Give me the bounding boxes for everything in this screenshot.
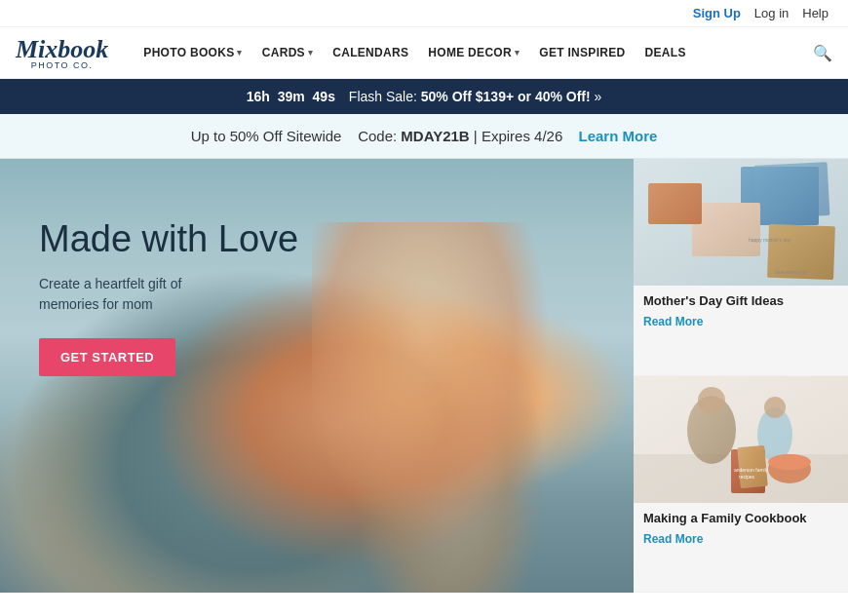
card-mothers-day: happy mother's day best mom ever Mother'… [634, 159, 848, 376]
hero-subtitle: Create a heartfelt gift of memories for … [39, 274, 298, 315]
nav-photo-books[interactable]: PHOTO BOOKS ▾ [135, 40, 250, 65]
card-info-1: Mother's Day Gift Ideas Read More [634, 286, 848, 339]
svg-point-16 [768, 454, 811, 470]
nav-cards[interactable]: CARDS ▾ [254, 40, 321, 65]
nav-get-inspired[interactable]: GET INSPIRED [531, 40, 633, 65]
top-utility-bar: Sign Up Log in Help [0, 0, 848, 27]
svg-point-10 [698, 387, 725, 414]
flash-sale-banner[interactable]: 16h 39m 49s Flash Sale: 50% Off $139+ or… [0, 79, 848, 114]
hero-content: Made with Love Create a heartfelt gift o… [39, 217, 298, 376]
svg-text:recipes: recipes [739, 474, 755, 480]
search-icon[interactable]: 🔍 [813, 44, 832, 62]
nav-deals[interactable]: DEALS [637, 40, 694, 65]
promo-bar: Up to 50% Off Sitewide Code: MDAY21B | E… [0, 114, 848, 159]
svg-rect-2 [754, 162, 830, 219]
signup-link[interactable]: Sign Up [693, 6, 741, 20]
card-decoration-svg-2: anderson family recipes [634, 376, 848, 503]
person-silhouette [312, 222, 585, 593]
hero-area: Made with Love Create a heartfelt gift o… [0, 159, 848, 593]
nav-items: PHOTO BOOKS ▾ CARDS ▾ CALENDARS HOME DEC… [135, 40, 813, 65]
countdown-timer: 16h 39m 49s [247, 89, 343, 104]
card-link-2[interactable]: Read More [643, 532, 703, 546]
hours: 16h [247, 89, 270, 104]
svg-text:best mom ever: best mom ever [775, 269, 807, 275]
card-title-1: Mother's Day Gift Ideas [643, 293, 838, 308]
card-photo-mothers-day: happy mother's day best mom ever [634, 159, 848, 286]
svg-rect-3 [692, 203, 760, 256]
chevron-down-icon: ▾ [515, 48, 520, 58]
learn-more-link[interactable]: Learn More [578, 128, 657, 144]
promo-expires: Expires 4/26 [482, 128, 562, 144]
card-info-2: Making a Family Cookbook Read More [634, 503, 848, 557]
sale-text: Flash Sale: 50% Off $139+ or 40% Off! » [349, 89, 602, 104]
promo-text: Up to 50% Off Sitewide [191, 128, 342, 144]
nav-calendars[interactable]: CALENDARS [325, 40, 416, 65]
promo-separator: | [474, 128, 482, 144]
nav-home-decor[interactable]: HOME DECOR ▾ [420, 40, 527, 65]
minutes: 39m [278, 89, 305, 104]
card-title-2: Making a Family Cookbook [643, 511, 838, 525]
hero-title: Made with Love [39, 217, 298, 262]
get-started-button[interactable]: GET STARTED [39, 338, 175, 376]
seconds: 49s [313, 89, 335, 104]
hero-right-panel: happy mother's day best mom ever Mother'… [634, 159, 848, 593]
chevron-down-icon: ▾ [308, 48, 313, 58]
card-cookbook: anderson family recipes Making a Family … [634, 376, 848, 594]
svg-text:happy mother's day: happy mother's day [749, 237, 791, 243]
login-link[interactable]: Log in [754, 6, 789, 20]
help-link[interactable]: Help [802, 6, 829, 20]
promo-code-label: Code: [358, 128, 397, 144]
hero-image: Made with Love Create a heartfelt gift o… [0, 159, 634, 593]
logo[interactable]: Mixbook PHOTO CO. [16, 35, 108, 70]
chevron-down-icon: ▾ [237, 48, 242, 58]
main-nav: Mixbook PHOTO CO. PHOTO BOOKS ▾ CARDS ▾ … [0, 27, 848, 79]
card-photo-cookbook: anderson family recipes [634, 376, 848, 503]
card-decoration-svg: happy mother's day best mom ever [634, 159, 848, 286]
card-link-1[interactable]: Read More [643, 315, 703, 328]
promo-code: MDAY21B [401, 128, 469, 144]
svg-text:anderson family: anderson family [734, 467, 769, 473]
svg-point-12 [764, 397, 786, 418]
